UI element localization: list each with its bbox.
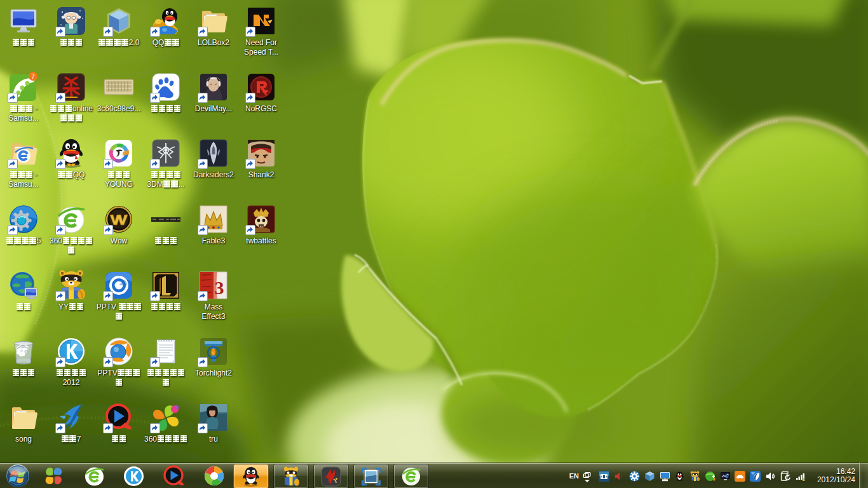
svg-text:3: 3 (215, 277, 224, 298)
svg-text:7: 7 (31, 73, 35, 80)
